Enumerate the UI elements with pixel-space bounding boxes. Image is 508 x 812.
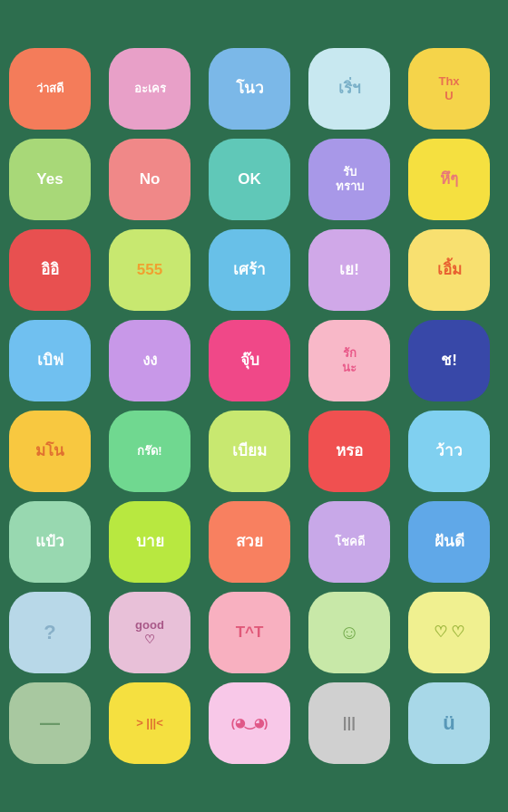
sticker-36[interactable]: > |||<	[109, 682, 190, 764]
sticker-24[interactable]: ว้าว	[408, 411, 490, 492]
sticker-11[interactable]: 555	[109, 229, 190, 311]
sticker-19[interactable]: ช!	[408, 320, 490, 401]
sticker-2[interactable]: โนว	[209, 48, 290, 130]
sticker-27[interactable]: สวย	[209, 501, 290, 583]
sticker-15[interactable]: เบิฟ	[9, 320, 91, 401]
sticker-grid: ว่าสดีอะเครโนวเริ่ฯThx UYesNoOKรับ ทราบห…	[0, 30, 508, 782]
sticker-17[interactable]: จุ๊บ	[209, 320, 290, 401]
sticker-4[interactable]: Thx U	[408, 48, 490, 130]
sticker-14[interactable]: เอิ้ม	[408, 229, 490, 311]
sticker-18[interactable]: รัก นะ	[308, 320, 390, 401]
sticker-37[interactable]: (◕‿◕)	[209, 682, 290, 764]
sticker-1[interactable]: อะเคร	[109, 48, 190, 130]
sticker-28[interactable]: โชคดี	[308, 501, 390, 583]
sticker-33[interactable]: ☺	[308, 592, 390, 673]
sticker-8[interactable]: รับ ทราบ	[308, 139, 390, 220]
sticker-34[interactable]: ♡ ♡	[408, 592, 490, 673]
sticker-13[interactable]: เย!	[308, 229, 390, 311]
sticker-3[interactable]: เริ่ฯ	[308, 48, 390, 130]
sticker-38[interactable]: |||	[308, 682, 390, 764]
sticker-10[interactable]: อิอิ	[9, 229, 91, 311]
sticker-39[interactable]: ü	[408, 682, 490, 764]
sticker-5[interactable]: Yes	[9, 139, 91, 220]
sticker-21[interactable]: กร๊ด!	[109, 411, 190, 492]
sticker-7[interactable]: OK	[209, 139, 290, 220]
sticker-0[interactable]: ว่าสดี	[9, 48, 91, 130]
sticker-30[interactable]: ?	[9, 592, 91, 673]
sticker-26[interactable]: บาย	[109, 501, 190, 583]
sticker-9[interactable]: หึๆ	[408, 139, 490, 220]
sticker-31[interactable]: good ♡	[109, 592, 190, 673]
sticker-16[interactable]: งง	[109, 320, 190, 401]
sticker-25[interactable]: แป๋ว	[9, 501, 91, 583]
sticker-6[interactable]: No	[109, 139, 190, 220]
sticker-29[interactable]: ฝันดี	[408, 501, 490, 583]
sticker-20[interactable]: มโน	[9, 411, 91, 492]
sticker-35[interactable]: —	[9, 682, 91, 764]
sticker-12[interactable]: เศร้า	[209, 229, 290, 311]
sticker-32[interactable]: T^T	[209, 592, 290, 673]
sticker-22[interactable]: เบียม	[209, 411, 290, 492]
sticker-23[interactable]: หรอ	[308, 411, 390, 492]
